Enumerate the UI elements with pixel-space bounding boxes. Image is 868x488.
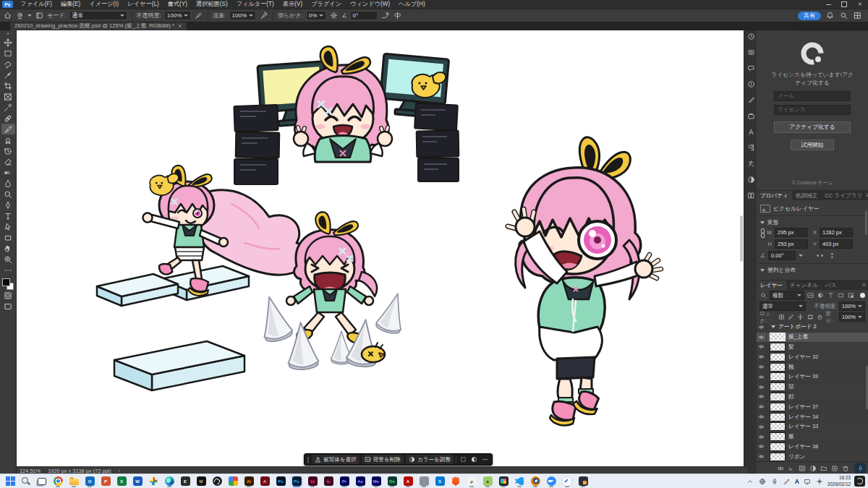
tool-quick-select[interactable] [1, 69, 15, 80]
layer-row[interactable]: レイヤー 39 [757, 372, 868, 382]
layer-row[interactable]: レイヤー 38 [757, 442, 868, 453]
tool-marquee[interactable] [1, 48, 15, 59]
taskbar-app-illustrator[interactable]: Ai [242, 475, 255, 487]
symmetry-icon[interactable] [393, 11, 402, 20]
brush-panel-toggle-icon[interactable] [35, 11, 44, 20]
layer-thumbnail[interactable] [770, 393, 786, 401]
tray-pen-icon[interactable] [783, 477, 791, 486]
taskbar-app-incopy[interactable]: Ic [322, 475, 335, 487]
taskbar-app-powerpoint[interactable]: P [99, 475, 112, 487]
tool-move[interactable] [1, 37, 15, 48]
layer-mask-icon[interactable] [799, 465, 806, 472]
foreground-color-swatch[interactable] [2, 278, 10, 286]
layer-thumbnail[interactable] [770, 413, 786, 421]
taskbar-app-utility-app[interactable] [417, 475, 430, 487]
opacity-select[interactable]: 100% [164, 11, 191, 20]
visibility-eye-icon[interactable] [757, 333, 767, 342]
toolbar-collapse-icon[interactable]: » [7, 30, 9, 37]
activate-button[interactable]: アクティブ化する [774, 121, 851, 133]
close-button[interactable]: ✕ [852, 0, 868, 9]
layer-row[interactable]: 服 [757, 432, 868, 442]
taskbar-app-pencil-app[interactable] [561, 475, 574, 487]
layer-filter-select[interactable]: 種類 [770, 291, 804, 300]
layer-row[interactable]: リボン [757, 452, 868, 461]
tool-eyedropper[interactable] [1, 102, 15, 113]
layer-thumbnail[interactable] [770, 403, 786, 411]
visibility-eye-icon[interactable] [757, 412, 767, 421]
layer-thumbnail[interactable] [770, 422, 786, 431]
tray-chevron-up-icon[interactable] [746, 477, 754, 486]
angle-field[interactable]: 0.00° [768, 251, 796, 260]
brush-preset-icon[interactable] [15, 11, 25, 20]
pressure-size-icon[interactable] [380, 11, 390, 20]
lock-artboard-icon[interactable] [807, 313, 814, 321]
brush-preset-caret-icon[interactable] [27, 14, 32, 17]
angle-input[interactable]: 0° [350, 11, 378, 20]
y-field[interactable]: 403 px [820, 239, 853, 249]
tool-pen[interactable] [1, 200, 15, 210]
taskbar-app-vscode[interactable] [513, 475, 526, 487]
share-button[interactable]: 共有 [798, 12, 821, 20]
layer-row[interactable]: 靴 [757, 362, 868, 372]
tool-ellipsis[interactable] [1, 265, 15, 275]
lock-position-icon[interactable] [797, 313, 804, 321]
workspace-icon[interactable] [853, 11, 862, 20]
tool-eraser[interactable] [1, 156, 15, 167]
lock-pixels-icon[interactable] [788, 313, 795, 321]
screen-recorder-icon[interactable] [854, 476, 865, 487]
taskbar-app-file-explorer[interactable] [67, 475, 80, 487]
taskbar-app-dimension[interactable]: Dn [386, 475, 399, 487]
visibility-eye-icon[interactable] [757, 442, 767, 452]
layer-row[interactable]: レイヤー 32 [757, 352, 868, 362]
menu-item-1[interactable]: 編集(E) [56, 0, 85, 9]
adjustment-layer-icon[interactable] [809, 465, 817, 472]
tool-blur[interactable] [1, 178, 15, 189]
menu-item-10[interactable]: ヘルプ(H) [394, 0, 430, 9]
visibility-eye-icon[interactable] [757, 382, 767, 392]
tool-frame[interactable] [1, 91, 15, 102]
ctx-transform-icon[interactable] [459, 455, 467, 464]
visibility-eye-icon[interactable] [757, 422, 767, 432]
taskbar-app-rho-app[interactable]: ρ [465, 475, 478, 487]
taskbar-app-outlook[interactable]: O [83, 475, 96, 487]
taskbar-app-search[interactable] [20, 475, 33, 487]
tool-clone-stamp[interactable] [1, 134, 15, 145]
menu-item-9[interactable]: ウィンドウ(W) [346, 0, 394, 9]
lock-all-icon[interactable] [816, 313, 823, 321]
layer-thumbnail[interactable] [770, 432, 786, 441]
taskbar-app-photos[interactable] [226, 475, 239, 487]
email-field[interactable] [774, 91, 851, 101]
taskbar-app-obs[interactable] [210, 475, 224, 487]
visibility-eye-icon[interactable] [757, 322, 767, 332]
libraries-icon[interactable] [746, 191, 756, 200]
layer-thumbnail[interactable] [770, 442, 786, 451]
taskbar-app-plus-app[interactable] [147, 475, 160, 487]
height-field[interactable]: 253 px [775, 239, 808, 249]
history-icon[interactable] [746, 32, 756, 41]
layer-row[interactable]: 髪 [757, 343, 868, 353]
taskbar-clock[interactable]: 16:23 2026/02/12 [827, 475, 851, 487]
taskbar-app-grid-app[interactable] [497, 475, 510, 487]
menu-item-2[interactable]: イメージ(I) [85, 0, 123, 9]
layer-row-artboard[interactable]: アートボード 2 [757, 322, 868, 333]
layer-thumbnail[interactable] [770, 343, 786, 351]
smoothing-select[interactable]: 0% [306, 11, 327, 20]
layer-row[interactable]: レイヤー 37 [757, 402, 868, 412]
tool-hand[interactable] [1, 243, 15, 254]
tool-gradient[interactable] [1, 167, 15, 178]
bell-icon[interactable] [825, 11, 835, 20]
tab-close-icon[interactable] [178, 24, 182, 28]
taskbar-app-start[interactable] [4, 475, 17, 487]
pressure-opacity-icon[interactable] [194, 11, 203, 20]
taskbar-app-zoom[interactable] [545, 475, 558, 487]
visibility-eye-icon[interactable] [757, 352, 767, 361]
layer-thumbnail[interactable] [770, 363, 786, 372]
character-icon[interactable] [746, 127, 756, 137]
layer-row[interactable]: 顔 [757, 393, 868, 403]
taskbar-app-adobe-red-app[interactable]: A [258, 475, 271, 487]
layer-thumbnail[interactable] [770, 372, 786, 381]
tool-type[interactable] [1, 210, 15, 221]
taskbar-app-media-encoder[interactable]: Me [370, 475, 383, 487]
tool-history-brush[interactable] [1, 145, 15, 156]
properties-scrollbar[interactable] [865, 210, 867, 235]
